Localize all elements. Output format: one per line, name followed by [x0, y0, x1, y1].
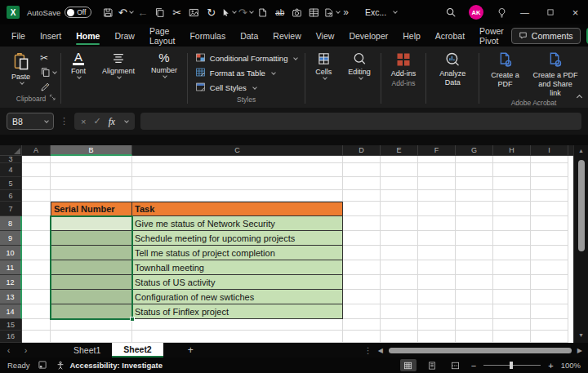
cell-E10[interactable]	[381, 246, 418, 260]
cell-F7[interactable]	[418, 202, 456, 216]
undo-icon[interactable]: ↶	[117, 3, 134, 21]
tab-acrobat[interactable]: Acrobat	[428, 24, 472, 47]
formula-bar-handle-icon[interactable]: ⋮	[60, 116, 69, 127]
tab-home[interactable]: Home	[69, 24, 107, 47]
styles-item-conditional-formatting[interactable]: Conditional Formatting	[195, 52, 298, 64]
column-header-D[interactable]: D	[343, 145, 381, 156]
cell-H8[interactable]	[493, 216, 531, 231]
column-header-A[interactable]: A	[22, 145, 51, 156]
cell-D5[interactable]	[343, 177, 381, 190]
number-button[interactable]: % Number	[145, 49, 183, 78]
cell-B15[interactable]	[51, 319, 132, 331]
cell-F16[interactable]	[418, 331, 456, 343]
horizontal-scrollbar[interactable]: ⋮ ◀ ▶	[364, 346, 588, 355]
tab-insert[interactable]: Insert	[33, 24, 69, 47]
row-header-12[interactable]: 12	[0, 275, 22, 290]
create-a-pdf-button[interactable]: Create a PDF	[483, 49, 527, 89]
cell-I14[interactable]	[531, 304, 568, 319]
cell-F4[interactable]	[418, 163, 456, 177]
cell-G16[interactable]	[456, 331, 493, 343]
tab-file[interactable]: File	[4, 24, 33, 47]
comments-button[interactable]: Comments	[511, 28, 581, 44]
select-all-corner[interactable]	[0, 145, 22, 156]
autosave-toggle[interactable]: AutoSave Off	[27, 7, 91, 18]
name-box[interactable]: B8	[7, 113, 54, 130]
cell-H11[interactable]	[493, 260, 531, 275]
column-header-F[interactable]: F	[418, 145, 456, 156]
cell-C15[interactable]	[132, 319, 343, 331]
cell-F14[interactable]	[418, 304, 456, 319]
cell-I3[interactable]	[531, 156, 568, 163]
picture-icon[interactable]	[185, 3, 203, 21]
cell-A15[interactable]	[22, 319, 51, 331]
horizontal-scroll-thumb[interactable]	[389, 348, 572, 353]
column-header-H[interactable]: H	[493, 145, 531, 156]
cell-B5[interactable]	[51, 177, 132, 190]
export-icon[interactable]	[323, 3, 340, 21]
column-header-E[interactable]: E	[381, 145, 418, 156]
cell-A10[interactable]	[22, 246, 51, 260]
tab-formulas[interactable]: Formulas	[182, 24, 233, 47]
minimize-button[interactable]: —	[512, 0, 537, 24]
cell-I16[interactable]	[531, 331, 568, 343]
cell-B12[interactable]	[51, 275, 132, 290]
cell-A6[interactable]	[22, 190, 51, 202]
cut-icon[interactable]: ✂	[168, 3, 185, 21]
cell-H14[interactable]	[493, 304, 531, 319]
cell-I5[interactable]	[531, 177, 568, 190]
tab-data[interactable]: Data	[233, 24, 265, 47]
redo-icon[interactable]: ↷	[237, 3, 254, 21]
cell-H10[interactable]	[493, 246, 531, 260]
cell-C12[interactable]: Status of US activity	[132, 275, 343, 290]
vertical-scroll-thumb[interactable]	[578, 160, 585, 251]
cell-D8[interactable]	[343, 216, 381, 231]
font-button[interactable]: A Font	[65, 49, 91, 78]
cell-I10[interactable]	[531, 246, 568, 260]
cell-E9[interactable]	[381, 231, 418, 246]
cell-I11[interactable]	[531, 260, 568, 275]
cell-I7[interactable]	[531, 202, 568, 216]
scroll-down-icon[interactable]: ▼	[578, 330, 584, 340]
window-title[interactable]: Exc...	[365, 7, 397, 17]
cell-B4[interactable]	[51, 163, 132, 177]
strikethrough-icon[interactable]: ab	[271, 3, 288, 21]
splitter-handle-icon[interactable]: ⋮	[364, 346, 372, 355]
row-header-15[interactable]: 15	[0, 319, 22, 331]
cell-C9[interactable]: Schedule meeting for upcoming projects	[132, 231, 343, 246]
cell-E3[interactable]	[381, 156, 418, 163]
cell-E15[interactable]	[381, 319, 418, 331]
refresh-icon[interactable]: ↻	[203, 3, 220, 21]
cell-G6[interactable]	[456, 190, 493, 202]
cell-F15[interactable]	[418, 319, 456, 331]
row-header-4[interactable]: 4	[0, 163, 22, 177]
cell-I8[interactable]	[531, 216, 568, 231]
row-header-8[interactable]: 8	[0, 216, 22, 231]
cell-E7[interactable]	[381, 202, 418, 216]
cell-D10[interactable]	[343, 246, 381, 260]
row-header-5[interactable]: 5	[0, 177, 22, 190]
cell-H9[interactable]	[493, 231, 531, 246]
column-header-I[interactable]: I	[531, 145, 568, 156]
row-header-6[interactable]: 6	[0, 190, 22, 202]
cell-G10[interactable]	[456, 246, 493, 260]
prev-sheet-icon[interactable]: ‹	[0, 345, 17, 355]
scroll-up-icon[interactable]: ▲	[578, 145, 584, 156]
cell-C3[interactable]	[132, 156, 343, 163]
zoom-slider-thumb[interactable]	[510, 362, 513, 369]
cell-G4[interactable]	[456, 163, 493, 177]
close-button[interactable]: ×	[563, 0, 588, 24]
cell-A4[interactable]	[22, 163, 51, 177]
cell-D4[interactable]	[343, 163, 381, 177]
cut-icon[interactable]: ✂	[40, 51, 56, 64]
row-header-3[interactable]: 3	[0, 156, 22, 163]
cancel-entry-icon[interactable]: ×	[81, 117, 86, 127]
cell-E8[interactable]	[381, 216, 418, 231]
cell-F10[interactable]	[418, 246, 456, 260]
dialog-launcher-icon[interactable]	[49, 90, 56, 104]
row-header-16[interactable]: 16	[0, 331, 22, 343]
analyze-data-button[interactable]: Analyze Data	[430, 49, 474, 87]
normal-view-icon[interactable]	[400, 359, 416, 371]
cell-B14[interactable]	[51, 304, 132, 319]
cell-F13[interactable]	[418, 290, 456, 304]
styles-item-cell-styles[interactable]: Cell Styles	[195, 82, 298, 94]
